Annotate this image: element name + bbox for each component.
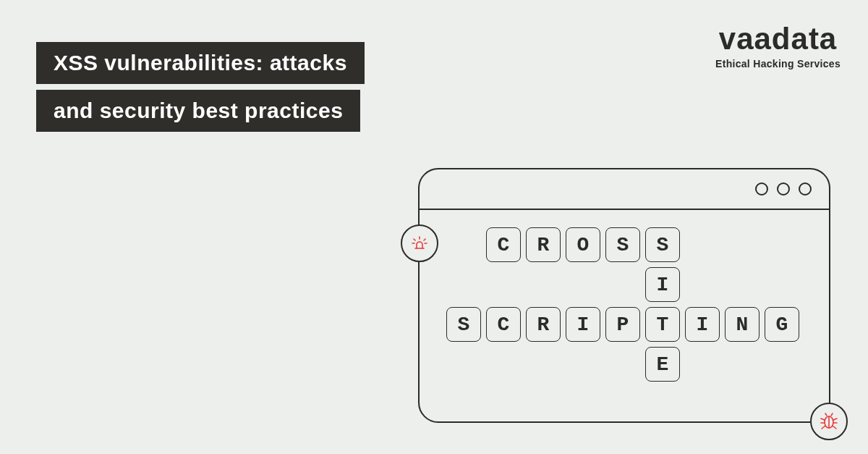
title-line-2: and security best practices bbox=[36, 90, 360, 132]
svg-line-14 bbox=[833, 426, 836, 429]
title-block: XSS vulnerabilities: attacks and securit… bbox=[36, 42, 365, 138]
cell-scripting-r: R bbox=[526, 307, 561, 342]
window-dot-icon bbox=[799, 182, 812, 196]
window-header bbox=[420, 169, 829, 210]
svg-line-8 bbox=[831, 413, 833, 416]
cell-cross-o: O bbox=[566, 227, 600, 262]
cell-scripting-g: G bbox=[765, 307, 799, 342]
cell-scripting-p: P bbox=[605, 307, 640, 342]
cell-cross-s2-site-s: S bbox=[645, 227, 680, 262]
cell-scripting-t-site-t: T bbox=[645, 307, 680, 342]
cell-cross-s: S bbox=[605, 227, 640, 262]
window-dot-icon bbox=[777, 182, 790, 196]
logo-tagline: Ethical Hacking Services bbox=[715, 58, 841, 70]
cell-scripting-i2: I bbox=[685, 307, 720, 342]
cell-cross-c: C bbox=[486, 227, 521, 262]
svg-line-13 bbox=[822, 426, 825, 429]
cell-site-e: E bbox=[645, 347, 680, 382]
cell-cross-r: R bbox=[526, 227, 561, 262]
svg-line-2 bbox=[424, 239, 425, 240]
svg-line-10 bbox=[833, 419, 837, 420]
cell-scripting-c: C bbox=[486, 307, 521, 342]
alarm-icon bbox=[401, 224, 438, 262]
bug-icon bbox=[810, 403, 848, 440]
cell-scripting-s: S bbox=[446, 307, 481, 342]
logo-block: vaadata Ethical Hacking Services bbox=[715, 22, 841, 70]
browser-window: C R O S S I S C R I P T I N G E bbox=[418, 168, 830, 423]
logo-text: vaadata bbox=[715, 22, 841, 56]
window-dot-icon bbox=[755, 182, 768, 196]
cell-scripting-i: I bbox=[566, 307, 600, 342]
svg-line-7 bbox=[825, 413, 827, 416]
cell-site-i: I bbox=[645, 267, 680, 302]
title-line-1: XSS vulnerabilities: attacks bbox=[36, 42, 365, 84]
svg-line-1 bbox=[414, 239, 415, 240]
cell-scripting-n: N bbox=[725, 307, 760, 342]
svg-line-9 bbox=[821, 419, 825, 420]
